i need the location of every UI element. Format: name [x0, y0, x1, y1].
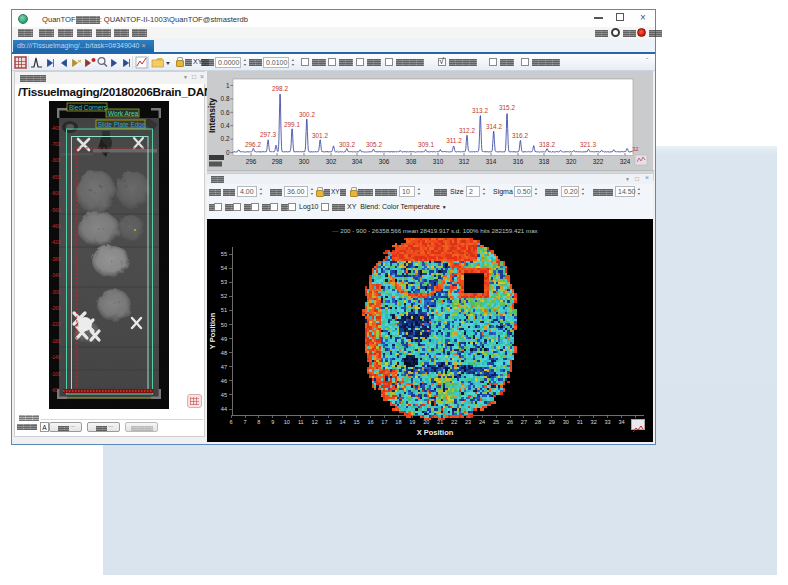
svg-text:51: 51: [221, 307, 227, 313]
svg-text:-600: -600: [51, 191, 61, 196]
svg-text:16: 16: [367, 419, 373, 425]
svg-text:1: 1: [226, 82, 230, 89]
svg-text:24: 24: [479, 419, 485, 425]
svg-text:322: 322: [593, 158, 604, 165]
svg-text:306: 306: [379, 158, 390, 165]
svg-text:-380: -380: [51, 257, 61, 262]
svg-text:22: 22: [451, 419, 457, 425]
svg-text:313.2: 313.2: [472, 107, 488, 114]
svg-text:— 200 - 900 - 26358.566 mean 2: — 200 - 900 - 26358.566 mean 28419.917 s…: [332, 227, 538, 234]
svg-text:-420: -420: [51, 240, 61, 245]
svg-text:-460: -460: [51, 224, 61, 229]
svg-text:30: 30: [563, 419, 569, 425]
svg-text:-300: -300: [51, 290, 61, 295]
svg-text:46: 46: [221, 378, 227, 384]
svg-text:316.2: 316.2: [512, 132, 528, 139]
svg-text:300: 300: [299, 158, 310, 165]
svg-text:Intensity: Intensity: [207, 98, 217, 133]
svg-text:-400: -400: [51, 126, 61, 131]
svg-text:17: 17: [381, 419, 387, 425]
svg-text:-260: -260: [51, 306, 61, 311]
svg-text:44: 44: [221, 406, 227, 412]
svg-text:X Position: X Position: [417, 428, 454, 437]
svg-text:55: 55: [221, 251, 227, 257]
svg-text:Y Position: Y Position: [208, 312, 217, 349]
svg-text:309.1: 309.1: [418, 141, 434, 148]
svg-text:297.3: 297.3: [260, 131, 276, 138]
svg-text:310: 310: [433, 158, 444, 165]
svg-text:20: 20: [423, 419, 429, 425]
svg-text:45: 45: [221, 392, 227, 398]
svg-text:-650: -650: [51, 175, 61, 180]
svg-text:49: 49: [221, 336, 227, 342]
svg-text:7: 7: [243, 419, 246, 425]
svg-text:-140: -140: [51, 355, 61, 360]
svg-text:302: 302: [326, 158, 337, 165]
svg-text:-560: -560: [51, 208, 61, 213]
svg-text:-60: -60: [51, 388, 58, 393]
svg-text:9: 9: [271, 419, 274, 425]
svg-text:6: 6: [229, 419, 232, 425]
svg-text:50: 50: [221, 322, 227, 328]
svg-text:311.2: 311.2: [446, 137, 462, 144]
svg-text:25: 25: [493, 419, 499, 425]
svg-text:54: 54: [221, 265, 227, 271]
svg-text:312: 312: [459, 158, 470, 165]
svg-text:13: 13: [325, 419, 331, 425]
svg-text:Bled Corners: Bled Corners: [69, 104, 108, 111]
svg-text:48: 48: [221, 350, 227, 356]
svg-text:296: 296: [246, 158, 257, 165]
svg-text:296.2: 296.2: [245, 141, 261, 148]
svg-text:-340: -340: [51, 273, 61, 278]
svg-text:34: 34: [618, 419, 624, 425]
svg-text:308: 308: [406, 158, 417, 165]
svg-text:15: 15: [353, 419, 359, 425]
svg-text:304: 304: [352, 158, 363, 165]
svg-text:299.1: 299.1: [284, 121, 300, 128]
svg-text:19: 19: [409, 419, 415, 425]
svg-text:12: 12: [312, 419, 318, 425]
svg-text:8: 8: [257, 419, 260, 425]
svg-text:18: 18: [395, 419, 401, 425]
svg-text:300.2: 300.2: [299, 111, 315, 118]
svg-text:Slide Plate Edge: Slide Plate Edge: [98, 121, 146, 129]
svg-text:-300: -300: [51, 158, 61, 163]
svg-text:298.2: 298.2: [272, 85, 288, 92]
svg-text:303.2: 303.2: [339, 141, 355, 148]
svg-text:27: 27: [521, 419, 527, 425]
svg-text:0.4: 0.4: [221, 122, 230, 129]
svg-text:318.2: 318.2: [539, 141, 555, 148]
svg-text:315.2: 315.2: [499, 104, 515, 111]
svg-text:320: 320: [566, 158, 577, 165]
svg-text:23: 23: [465, 419, 471, 425]
svg-text:0.6: 0.6: [221, 109, 230, 116]
svg-text:29: 29: [549, 419, 555, 425]
svg-text:318: 318: [539, 158, 550, 165]
svg-text:312.2: 312.2: [459, 127, 475, 134]
svg-text:0.2: 0.2: [221, 135, 230, 142]
svg-text:0.8: 0.8: [221, 95, 230, 102]
svg-text:298: 298: [272, 158, 283, 165]
svg-text:Work Area: Work Area: [108, 110, 139, 117]
svg-text:33: 33: [604, 419, 610, 425]
svg-text:52: 52: [221, 293, 227, 299]
svg-text:314.2: 314.2: [486, 123, 502, 130]
svg-text:10: 10: [284, 419, 290, 425]
svg-text:31: 31: [577, 419, 583, 425]
svg-text:0: 0: [226, 149, 230, 156]
svg-text:301.2: 301.2: [312, 132, 328, 139]
svg-text:11: 11: [298, 419, 304, 425]
svg-text:305.2: 305.2: [366, 141, 382, 148]
svg-text:32: 32: [591, 419, 597, 425]
svg-text:53: 53: [221, 279, 227, 285]
svg-text:-100: -100: [51, 372, 61, 377]
svg-text:14: 14: [339, 419, 345, 425]
svg-text:321.3: 321.3: [580, 141, 596, 148]
svg-text:28: 28: [535, 419, 541, 425]
svg-text:32: 32: [632, 146, 639, 152]
svg-text:26: 26: [507, 419, 513, 425]
svg-text:324: 324: [620, 158, 631, 165]
svg-text:316: 316: [513, 158, 524, 165]
svg-text:-180: -180: [51, 339, 61, 344]
svg-text:-220: -220: [51, 322, 61, 327]
